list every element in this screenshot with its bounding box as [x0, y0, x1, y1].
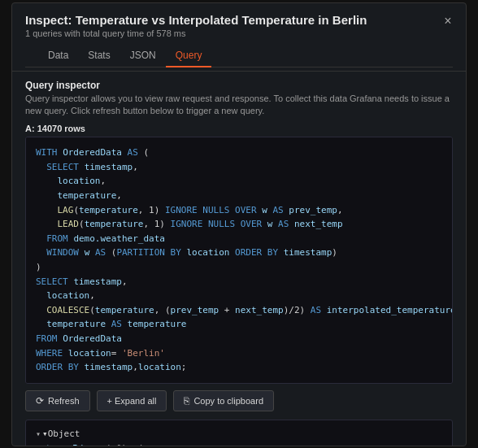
- sql-code-block: WITH OrderedData AS ( SELECT timestamp, …: [25, 137, 453, 384]
- modal-subtitle: 1 queries with total query time of 578 m…: [25, 28, 453, 38]
- tree-object-root: ▾▾Object: [36, 427, 442, 442]
- tree-object-label: ▾Object: [42, 428, 80, 439]
- tab-data[interactable]: Data: [38, 45, 78, 67]
- copy-label: Copy to clipboard: [193, 396, 263, 406]
- section-title: Query inspector: [25, 80, 453, 91]
- action-bar: ⟳ Refresh + Expand all ⎘ Copy to clipboa…: [25, 390, 453, 411]
- response-tree: ▾▾Object traceId: undefined ▾request: Ob…: [25, 420, 453, 446]
- section-desc: Query inspector allows you to view raw r…: [25, 93, 453, 118]
- close-button[interactable]: ×: [438, 11, 458, 31]
- query-label: A: 14070 rows: [25, 124, 453, 133]
- query-id: A:: [25, 124, 35, 133]
- tab-query[interactable]: Query: [166, 45, 212, 67]
- refresh-label: Refresh: [48, 396, 80, 406]
- query-rows: 14070 rows: [37, 124, 85, 133]
- refresh-icon: ⟳: [36, 395, 44, 407]
- tree-traceid: traceId: undefined: [46, 441, 442, 445]
- inspect-modal: Inspect: Temperature vs Interpolated Tem…: [11, 2, 467, 446]
- collapse-object[interactable]: ▾: [36, 429, 41, 438]
- modal-header: Inspect: Temperature vs Interpolated Tem…: [12, 3, 466, 72]
- tab-json[interactable]: JSON: [120, 45, 166, 67]
- tab-stats[interactable]: Stats: [78, 45, 120, 67]
- refresh-button[interactable]: ⟳ Refresh: [25, 390, 90, 411]
- tab-bar: Data Stats JSON Query: [25, 45, 453, 67]
- copy-icon: ⎘: [184, 395, 189, 407]
- expand-all-button[interactable]: + Expand all: [97, 390, 167, 411]
- tree-object-body: traceId: undefined ▾request: Object url:…: [36, 441, 442, 445]
- modal-title: Inspect: Temperature vs Interpolated Tem…: [25, 13, 453, 27]
- expand-label: + Expand all: [107, 396, 157, 406]
- modal-content: Query inspector Query inspector allows y…: [12, 72, 466, 446]
- copy-clipboard-button[interactable]: ⎘ Copy to clipboard: [173, 390, 274, 411]
